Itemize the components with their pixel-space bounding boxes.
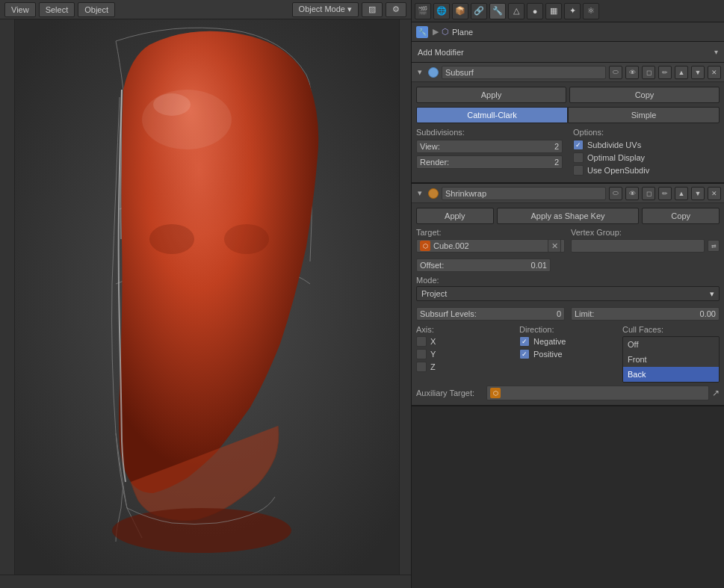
svg-point-3 [153, 93, 191, 116]
direction-label: Direction: [519, 325, 616, 334]
optimal-display-checkbox[interactable] [573, 152, 584, 163]
subsurf-delete-icon[interactable]: ✕ [708, 66, 721, 79]
shrinkwrap-view-icon[interactable]: 👁 [625, 187, 639, 200]
subdivide-uvs-checkbox[interactable] [573, 140, 584, 150]
y-label: Y [430, 350, 436, 359]
catmull-clark-tab[interactable]: Catmull-Clark [416, 107, 568, 123]
viewport-3d-scene [0, 0, 411, 588]
scene-icon[interactable]: 🎬 [415, 3, 431, 19]
subsurf-algorithm-tabs: Catmull-Clark Simple [416, 107, 720, 123]
z-label: Z [430, 362, 436, 371]
shrinkwrap-down-icon[interactable]: ▼ [691, 187, 705, 200]
y-axis-checkbox[interactable] [416, 349, 427, 359]
constraints-icon[interactable]: 🔗 [471, 3, 487, 19]
subsurf-up-icon[interactable]: ▲ [675, 66, 688, 79]
vertex-group-field[interactable] [571, 239, 705, 253]
shrinkwrap-cage-icon[interactable]: ◻ [642, 187, 655, 200]
subsurf-down-icon[interactable]: ▼ [691, 66, 705, 79]
positive-label: Positive [533, 350, 563, 359]
subsurf-actions: Apply Copy [416, 87, 720, 103]
view-menu[interactable]: View [4, 2, 36, 17]
subsurf-edit-icon[interactable]: ✏ [658, 66, 672, 79]
subsurf-copy-button[interactable]: Copy [569, 87, 720, 103]
mode-section: Mode: Project ▾ [416, 276, 720, 304]
particles-icon[interactable]: ✦ [564, 3, 581, 19]
limit-value: 0.00 [700, 309, 716, 318]
shrinkwrap-header: ▾ ⬭ 👁 ◻ ✏ ▲ ▼ ✕ [412, 184, 724, 203]
shrinkwrap-apply-shape-button[interactable]: Apply as Shape Key [497, 208, 640, 224]
subsurf-name-field[interactable] [442, 66, 606, 79]
cull-off-option[interactable]: Off [623, 337, 719, 352]
shrinkwrap-enable-toggle[interactable] [428, 188, 439, 199]
shrinkwrap-render-icon[interactable]: ⬭ [609, 187, 622, 200]
viewport[interactable]: View Select Object Object Mode ▾ ▨ ⚙ [0, 0, 411, 588]
mode-selector[interactable]: Object Mode ▾ [292, 2, 359, 17]
shrinkwrap-delete-icon[interactable]: ✕ [708, 187, 721, 200]
target-clear-button[interactable]: ✕ [548, 239, 561, 253]
z-axis-row: Z [416, 362, 513, 372]
view-field[interactable]: View: 2 [416, 140, 563, 153]
shrinkwrap-apply-button[interactable]: Apply [416, 208, 494, 224]
offset-field[interactable]: Offset: 0.01 [416, 259, 551, 272]
texture-icon[interactable]: ▦ [545, 3, 562, 19]
target-field[interactable]: ⬡ Cube.002 ✕ [416, 239, 565, 253]
bottom-toolbar [0, 575, 411, 588]
cull-front-option[interactable]: Front [623, 352, 719, 367]
shrinkwrap-edit-icon[interactable]: ✏ [658, 187, 672, 200]
subsurf-levels-field[interactable]: Subsurf Levels: 0 [416, 307, 565, 321]
mode-col: Mode: Project ▾ [416, 276, 720, 304]
limit-field[interactable]: Limit: 0.00 [571, 307, 720, 321]
cull-faces-dropdown[interactable]: Off Front Back [622, 336, 720, 383]
subsurf-cage-icon[interactable]: ◻ [642, 66, 655, 79]
optimal-display-row: Optimal Display [573, 152, 720, 163]
shrinkwrap-up-icon[interactable]: ▲ [675, 187, 688, 200]
offset-value: 0.01 [531, 261, 547, 270]
object-name-label: Plane [452, 28, 473, 37]
add-modifier-button[interactable]: Add Modifier ▾ [412, 42, 724, 63]
x-axis-checkbox[interactable] [416, 336, 427, 347]
select-menu[interactable]: Select [39, 2, 75, 17]
simple-tab[interactable]: Simple [568, 107, 720, 123]
z-axis-checkbox[interactable] [416, 362, 427, 372]
modifiers-list[interactable]: ▾ ⬭ 👁 ◻ ✏ ▲ ▼ ✕ Apply Copy Catmull [412, 63, 724, 588]
aux-link-icon[interactable]: ↗ [712, 388, 720, 398]
target-field-row: ⬡ Cube.002 ✕ [416, 239, 565, 253]
use-opensubdiv-checkbox[interactable] [573, 165, 584, 176]
subsurf-view-icon[interactable]: 👁 [625, 66, 639, 79]
subsurf-limit-row: Subsurf Levels: 0 Limit: 0.00 [416, 307, 720, 321]
subsurf-header: ▾ ⬭ 👁 ◻ ✏ ▲ ▼ ✕ [412, 63, 724, 82]
shrinkwrap-copy-button[interactable]: Copy [642, 208, 720, 224]
wrench-icon: 🔧 [416, 26, 428, 38]
material-icon[interactable]: ● [527, 3, 543, 19]
object-menu[interactable]: Object [78, 2, 115, 17]
subdivisions-label: Subdivisions: [416, 128, 563, 137]
aux-target-field[interactable]: ⬡ [486, 386, 709, 400]
viewport-shading[interactable]: ▨ [362, 2, 383, 17]
data-icon[interactable]: △ [508, 3, 525, 19]
axis-col: Axis: X Y Z [416, 325, 513, 383]
render-field[interactable]: Render: 2 [416, 155, 563, 169]
target-name: Cube.002 [430, 241, 548, 250]
shrinkwrap-collapse[interactable]: ▾ [415, 188, 425, 199]
positive-checkbox[interactable] [519, 349, 530, 359]
view-value: 2 [554, 142, 559, 151]
svg-point-4 [149, 224, 194, 254]
right-scrollbar[interactable] [399, 19, 411, 588]
cull-back-option[interactable]: Back [623, 367, 719, 382]
mode-dropdown[interactable]: Project ▾ [416, 286, 720, 301]
vertex-group-arrows[interactable]: ⇄ [708, 240, 720, 252]
physics-icon[interactable]: ⚛ [583, 3, 599, 19]
shrinkwrap-name-field[interactable] [442, 187, 606, 200]
subsurf-enable-toggle[interactable] [428, 67, 439, 78]
modifier-icon[interactable]: 🔧 [489, 3, 506, 19]
negative-label: Negative [533, 337, 566, 346]
negative-checkbox[interactable] [519, 336, 530, 347]
viewport-options[interactable]: ⚙ [386, 2, 406, 17]
world-icon[interactable]: 🌐 [433, 3, 450, 19]
subsurf-collapse[interactable]: ▾ [415, 67, 425, 78]
object-icon[interactable]: 📦 [452, 3, 468, 19]
auxiliary-target-row: Auxiliary Target: ⬡ ↗ [416, 386, 720, 400]
subsurf-apply-button[interactable]: Apply [416, 87, 566, 103]
subsurf-render-icon[interactable]: ⬭ [609, 66, 622, 79]
view-row: View: 2 [416, 140, 563, 153]
